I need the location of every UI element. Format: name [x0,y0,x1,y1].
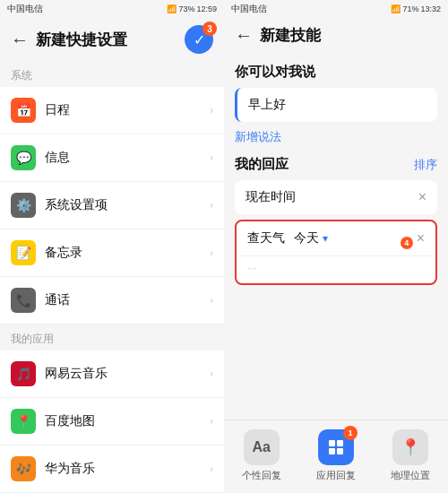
system-menu: 📅 日程 › 💬 信息 › ⚙️ 系统设置项 › 📝 备忘录 › 📞 通话 › [0,87,224,324]
weather-tag-arrow[interactable]: ▾ [323,232,328,245]
right-panel: 中国电信 📶 71% 13:32 ← 新建技能 你可以对我说 早上好 新增说法 … [224,0,448,493]
menu-item-netease[interactable]: 🎵 网易云音乐 › [0,350,224,398]
menu-item-baidu-map[interactable]: 📍 百度地图 › [0,398,224,445]
say-section-title: 你可以对我说 [235,53,437,88]
netease-icon: 🎵 [11,361,36,386]
response-item-weather-highlight: 查天气 今天 ▾ 4 × ··· [235,220,437,285]
confirm-badge: 3 [202,22,217,36]
response-item-time-label: 现在时间 [246,189,296,205]
left-back-button[interactable]: ← [11,30,29,50]
left-header: ← 新建快捷设置 ✓ 3 [0,18,224,61]
message-icon: 💬 [11,145,36,170]
location-icon: 📍 [392,429,428,465]
huawei-music-icon: 🎶 [11,456,36,481]
right-status-bar: 中国电信 📶 71% 13:32 [224,0,448,18]
response-item-weather-close[interactable]: × [417,230,425,246]
right-content-area: 你可以对我说 早上好 新增说法 我的回应 排序 现在时间 × 查天气 今天 ▾ [224,53,448,419]
left-battery: 73% [178,4,194,13]
menu-label-calendar: 日程 [45,102,210,118]
response-item-time-close[interactable]: × [418,189,426,205]
menu-item-huawei-music[interactable]: 🎶 华为音乐 › [0,445,224,493]
apps-badge: 1 [343,426,358,440]
response-item-weather-sub: ··· [237,255,435,283]
left-confirm-button[interactable]: ✓ 3 [185,25,213,54]
apps-section-label: 我的应用 [0,324,224,350]
left-status-bar: 中国电信 📶 73% 12:59 [0,0,224,18]
response-section-title: 我的回应 [235,156,289,173]
menu-label-settings: 系统设置项 [45,197,210,213]
check-icon: ✓ [194,31,205,48]
system-section-label: 系统 [0,61,224,87]
bottom-toolbar: Aa 个性回复 1 应用回复 📍 地理位置 [224,419,448,493]
menu-label-huawei-music: 华为音乐 [45,461,210,477]
chevron-settings: › [210,199,213,212]
chevron-memo: › [210,246,213,259]
svg-rect-1 [337,440,343,446]
chevron-netease: › [210,368,213,380]
apps-icon-wrapper: 1 [318,429,354,465]
left-panel: 中国电信 📶 73% 12:59 ← 新建快捷设置 ✓ 3 系统 📅 日程 › … [0,0,224,493]
chevron-huawei-music: › [210,463,213,475]
menu-item-phone[interactable]: 📞 通话 › [0,277,224,324]
response-item-weather-top[interactable]: 查天气 今天 ▾ 4 × [237,221,435,255]
chevron-baidumap: › [210,415,213,428]
menu-label-baidu-map: 百度地图 [45,413,210,429]
toolbar-item-personal[interactable]: Aa 个性回复 [242,429,281,482]
menu-item-memo[interactable]: 📝 备忘录 › [0,229,224,277]
location-label: 地理位置 [391,469,430,482]
menu-label-memo: 备忘录 [45,245,210,261]
right-carrier: 中国电信 [231,3,267,15]
right-header-left: ← 新建技能 [235,25,321,46]
weather-tag1: 查天气 [247,230,285,246]
left-time: 12:59 [196,4,217,13]
chevron-phone: › [210,294,213,307]
left-carrier: 中国电信 [7,3,43,15]
right-battery: 71% [402,4,418,13]
svg-rect-3 [337,448,343,454]
svg-rect-0 [329,440,335,446]
response-item-weather-tags: 查天气 今天 ▾ [247,230,328,246]
calendar-icon: 📅 [11,98,36,123]
response-item-time[interactable]: 现在时间 × [235,180,437,214]
right-back-button[interactable]: ← [235,25,253,46]
apps-reply-label: 应用回复 [316,469,356,482]
right-status-icons: 📶 71% 13:32 [391,4,441,13]
menu-label-netease: 网易云音乐 [45,366,210,382]
baidumap-icon: 📍 [11,409,36,434]
say-example-bubble: 早上好 [235,88,437,122]
weather-sub-text: ··· [247,262,256,274]
left-signal: 📶 [167,4,177,13]
response-header: 我的回应 排序 [235,156,437,173]
right-time: 13:32 [420,4,441,13]
weather-tag2: 今天 [294,230,319,246]
menu-item-calendar[interactable]: 📅 日程 › [0,87,224,134]
left-page-title: 新建快捷设置 [36,30,127,50]
right-page-title: 新建技能 [260,25,321,46]
weather-badge: 4 [401,237,413,249]
right-signal: 📶 [391,4,401,13]
toolbar-item-location[interactable]: 📍 地理位置 [391,429,430,482]
sort-button[interactable]: 排序 [414,157,437,173]
toolbar-item-apps[interactable]: 1 应用回复 [316,429,356,482]
left-header-left: ← 新建快捷设置 [11,30,127,50]
svg-rect-2 [329,448,335,454]
personal-reply-icon: Aa [244,429,280,465]
menu-label-phone: 通话 [45,292,210,308]
apps-menu: 🎵 网易云音乐 › 📍 百度地图 › 🎶 华为音乐 › 🌤 天气 › 查天气 [0,350,224,493]
phone-icon: 📞 [11,288,36,313]
menu-item-message[interactable]: 💬 信息 › [0,134,224,182]
settings-icon: ⚙️ [11,193,36,218]
menu-label-message: 信息 [45,150,210,166]
chevron-calendar: › [210,104,213,117]
add-saying-button[interactable]: 新增说法 [235,129,437,145]
left-status-icons: 📶 73% 12:59 [167,4,217,13]
right-header: ← 新建技能 [224,18,448,53]
menu-item-settings[interactable]: ⚙️ 系统设置项 › [0,182,224,229]
chevron-message: › [210,151,213,164]
personal-reply-label: 个性回复 [242,469,281,482]
memo-icon: 📝 [11,240,36,265]
